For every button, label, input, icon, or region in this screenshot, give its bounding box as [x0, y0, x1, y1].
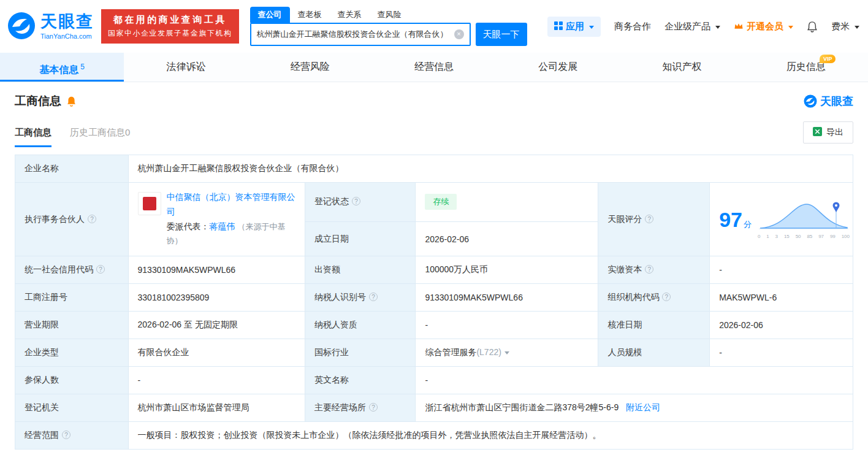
approval-date-label: 核准日期: [598, 312, 710, 339]
tab-company-development[interactable]: 公司发展: [496, 53, 620, 82]
delegate-rep-link[interactable]: 蒋蕴伟: [210, 221, 235, 231]
header: 天眼查 TianYanCha.com 都在用的商业查询工具 国家中小企业发展子基…: [0, 0, 868, 53]
taxpayer-quality-label: 纳税人资质: [305, 312, 415, 339]
tianyancha-logo[interactable]: 天眼查 TianYanCha.com: [7, 12, 94, 42]
company-type-label: 企业类型: [15, 339, 129, 367]
subtabs: 工商信息 历史工商信息0 导出: [15, 121, 853, 147]
help-icon[interactable]: [62, 431, 70, 439]
industry-label: 国标行业: [305, 339, 415, 367]
tab-basic-info-label: 基本信息: [39, 64, 78, 75]
english-name-value: -: [416, 367, 853, 394]
partner-company-link[interactable]: 中信聚信（北京）资本管理有限公司: [167, 192, 295, 216]
reg-number-value: 330181002395809: [128, 284, 305, 312]
apps-grid-icon: [554, 21, 563, 32]
paid-capital-label: 实缴资本: [598, 256, 710, 284]
help-icon[interactable]: [369, 403, 378, 412]
reg-status-value: 存续: [416, 183, 598, 222]
expand-industry-icon[interactable]: [504, 351, 509, 357]
taxpayer-id-value: 91330109MAK5WPWL66: [416, 284, 598, 312]
user-menu[interactable]: 费米: [831, 21, 859, 33]
score-curve: [758, 199, 850, 231]
enterprise-products-menu[interactable]: 企业级产品: [664, 21, 720, 33]
company-name-label: 企业名称: [15, 155, 129, 183]
executive-partner-cell: 中信聚信（北京）资本管理有限公司 委派代表：蒋蕴伟 （来源于中基协）: [128, 183, 305, 256]
reg-authority-label: 登记机关: [15, 394, 129, 422]
open-vip-menu[interactable]: 开通会员: [734, 21, 793, 33]
tianyancha-logo-icon: [7, 12, 36, 42]
search-tab-boss[interactable]: 查老板: [290, 7, 330, 23]
tab-legal-litigation[interactable]: 法律诉讼: [124, 53, 248, 82]
establish-date-value: 2026-02-06: [416, 221, 598, 256]
tianyancha-logo-icon: [804, 94, 817, 108]
paid-capital-value: -: [710, 256, 853, 284]
subscribe-bell-icon[interactable]: [66, 96, 77, 107]
header-menu: 应用 商务合作 企业级产品 开通会员 费米: [547, 17, 859, 37]
table-row: 登记机关 杭州市萧山区市场监督管理局 主要经营场所 浙江省杭州市萧山区宁围街道金…: [15, 394, 853, 422]
taxpayer-quality-value: -: [416, 312, 598, 339]
table-row: 企业类型 有限合伙企业 国标行业 综合管理服务(L722) 人员规模 -: [15, 339, 853, 367]
search-button[interactable]: 天眼一下: [476, 23, 527, 46]
company-section-nav: 基本信息5 法律诉讼 经营风险 经营信息 公司发展 知识产权 历史信息 VIP: [0, 53, 868, 82]
subtab-history-business-info[interactable]: 历史工商信息0: [70, 127, 130, 147]
tab-operation-info[interactable]: 经营信息: [372, 53, 496, 82]
table-row: 统一社会信用代码 91330109MAK5WPWL66 出资额 100000万人…: [15, 256, 853, 284]
table-row: 企业名称 杭州萧山金开工融聚信股权投资合伙企业（有限合伙）: [15, 155, 853, 183]
apps-menu[interactable]: 应用: [547, 17, 601, 37]
tyc-score-label: 天眼评分: [598, 183, 710, 256]
table-row: 经营范围 一般项目：股权投资；创业投资（限投资未上市企业）（除依法须经批准的项目…: [15, 422, 853, 450]
help-icon[interactable]: [369, 293, 378, 301]
capital-value: 100000万人民币: [416, 256, 598, 284]
chevron-down-icon: [788, 26, 793, 31]
enterprise-products-label: 企业级产品: [664, 21, 710, 33]
search-tab-company[interactable]: 查公司: [250, 7, 290, 23]
table-row: 工商注册号 330181002395809 纳税人识别号 91330109MAK…: [15, 284, 853, 312]
help-icon[interactable]: [645, 265, 653, 274]
approval-date-value: 2026-02-06: [710, 312, 853, 339]
tab-basic-info[interactable]: 基本信息5: [0, 53, 124, 82]
user-name: 费米: [831, 21, 850, 33]
promo-banner: 都在用的商业查询工具 国家中小企业发展子基金旗下机构: [101, 9, 239, 44]
business-scope-value: 一般项目：股权投资；创业投资（限投资未上市企业）（除依法须经批准的项目外，凭营业…: [128, 422, 853, 450]
promo-banner-line1: 都在用的商业查询工具: [108, 14, 232, 26]
search-area: 查公司 查老板 查关系 查风险 天眼一下: [250, 7, 527, 46]
tab-intellectual-property[interactable]: 知识产权: [620, 53, 744, 82]
notifications-bell-icon[interactable]: [807, 21, 818, 33]
business-term-label: 营业期限: [15, 312, 129, 339]
table-row: 参保人数 - 英文名称 -: [15, 367, 853, 394]
nearby-companies-link[interactable]: 附近公司: [626, 402, 660, 412]
help-icon[interactable]: [662, 293, 671, 301]
search-tab-risk[interactable]: 查风险: [370, 7, 409, 23]
tab-history-info[interactable]: 历史信息 VIP: [744, 53, 868, 82]
help-icon[interactable]: [645, 215, 653, 223]
tianyancha-watermark-label: 天眼查: [820, 94, 853, 109]
table-row: 执行事务合伙人 中信聚信（北京）资本管理有限公司 委派代表：蒋蕴伟 （来源于中基…: [15, 183, 853, 222]
business-term-value: 2026-02-06 至 无固定期限: [128, 312, 305, 339]
brand-domain: TianYanCha.com: [40, 33, 94, 40]
establish-date-label: 成立日期: [305, 221, 415, 256]
apps-menu-label: 应用: [566, 21, 584, 33]
help-icon[interactable]: [88, 215, 96, 223]
score-marker-pin-icon: [833, 202, 840, 213]
business-cooperation-link[interactable]: 商务合作: [614, 21, 651, 33]
help-icon[interactable]: [96, 265, 105, 274]
help-icon[interactable]: [352, 197, 360, 205]
search-input[interactable]: [257, 30, 454, 39]
industry-code: (L722): [476, 347, 501, 357]
clear-search-icon[interactable]: [454, 29, 464, 39]
credit-code-value: 91330109MAK5WPWL66: [128, 256, 305, 284]
industry-value: 综合管理服务(L722): [416, 339, 598, 367]
subtab-business-info[interactable]: 工商信息: [15, 127, 51, 147]
chevron-down-icon: [589, 26, 594, 31]
company-type-value: 有限合伙企业: [128, 339, 305, 367]
crown-icon: [734, 21, 744, 32]
promo-banner-line2: 国家中小企业发展子基金旗下机构: [108, 28, 232, 39]
tab-operation-risk[interactable]: 经营风险: [248, 53, 372, 82]
tyc-score-cell: 97分: [710, 183, 853, 256]
chevron-down-icon: [715, 26, 720, 31]
status-badge: 存续: [425, 194, 457, 210]
search-tab-relation[interactable]: 查关系: [330, 7, 370, 23]
export-button[interactable]: 导出: [803, 121, 853, 144]
company-name-value: 杭州萧山金开工融聚信股权投资合伙企业（有限合伙）: [128, 155, 853, 183]
delegate-rep-label: 委派代表：: [167, 221, 210, 231]
tianyancha-watermark: 天眼查: [804, 94, 853, 109]
